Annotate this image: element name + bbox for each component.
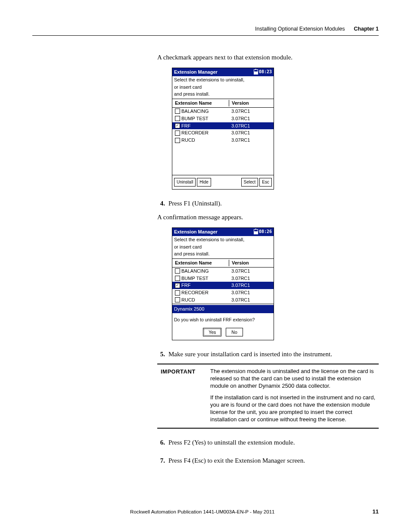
extension-row[interactable]: RECORDER3.07RC1 [172,289,274,296]
extension-name: FRF [181,123,190,129]
step6-num: 6. [157,438,168,447]
step4-after: A confirmation message appears. [157,213,379,221]
footer-page: 11 [373,508,379,515]
extension-name: BALANCING [181,268,209,274]
battery-icon [254,69,258,75]
checkbox-icon[interactable]: ✓ [175,123,180,128]
device1-msg2: or insert card [172,84,274,91]
device1-title: Extension Manager [174,69,218,75]
extension-version: 3.07RC1 [229,115,274,122]
device-screenshot-2: Extension Manager 08:26 Select the exten… [172,227,274,340]
checkbox-icon[interactable] [175,138,180,143]
extension-row[interactable]: BUMP TEST3.07RC1 [172,115,274,122]
checkbox-icon[interactable] [175,131,180,136]
extension-row[interactable]: BALANCING3.07RC1 [172,268,274,275]
device2-dialog-msg: Do you wish to uninstall FRF extension? [172,313,274,325]
step7-num: 7. [157,456,168,465]
checkbox-icon[interactable] [175,109,180,114]
checkbox-icon[interactable] [175,276,180,281]
extension-name: RUCD [181,297,195,303]
step5-num: 5. [157,350,168,358]
extension-name: BUMP TEST [181,115,209,122]
step4-num: 4. [157,199,168,208]
header-chapter: Chapter 1 [354,26,379,32]
extension-row[interactable]: RUCD3.07RC1 [172,137,274,144]
device2-title: Extension Manager [174,229,218,235]
extension-row[interactable]: ✓FRF3.07RC1 [172,122,274,130]
checkbox-icon[interactable]: ✓ [175,283,180,288]
page-footer: Rockwell Automation Publication 1441-UM0… [32,508,379,515]
extension-row[interactable]: RUCD3.07RC1 [172,296,274,304]
extension-version: 3.07RC1 [229,289,274,296]
device1-msg1: Select the extensions to uninstall, [172,76,274,84]
extension-name: FRF [181,282,190,289]
device1-col1: Extension Name [172,100,229,106]
extension-name: BUMP TEST [181,275,209,282]
extension-name: RECORDER [181,130,209,136]
device2-dialog-no[interactable]: No [226,328,243,336]
important-p2: If the installation card is not inserted… [210,394,375,423]
extension-name: RUCD [181,137,195,143]
extension-row[interactable]: BUMP TEST3.07RC1 [172,275,274,282]
extension-version: 3.07RC1 [229,282,274,289]
battery-icon [254,229,258,234]
device1-btn-esc[interactable]: Esc [259,178,272,187]
device2-dialog-title: Dynamix 2500 [172,305,274,313]
device2-msg3: and press install. [172,250,274,258]
device2-dialog-yes[interactable]: Yes [203,328,221,336]
extension-name: RECORDER [181,289,209,296]
extension-row[interactable]: RECORDER3.07RC1 [172,129,274,137]
device1-time: 08:23 [254,69,272,75]
checkbox-icon[interactable] [175,297,180,302]
device1-msg3: and press install. [172,90,274,98]
extension-name: BALANCING [181,108,209,115]
extension-version: 3.07RC1 [229,108,274,115]
footer-pub: Rockwell Automation Publication 1441-UM0… [32,509,373,514]
checkbox-icon[interactable] [175,116,180,121]
device-screenshot-1: Extension Manager 08:23 Select the exten… [172,68,274,189]
extension-version: 3.07RC1 [229,123,274,129]
device1-btn-hide[interactable]: Hide [197,178,211,187]
extension-version: 3.07RC1 [229,137,274,143]
extension-version: 3.07RC1 [229,268,274,274]
device2-col2: Version [229,260,274,266]
device2-col1: Extension Name [172,260,229,266]
checkbox-icon[interactable] [175,268,180,274]
intro-text: A checkmark appears next to that extensi… [157,53,379,62]
important-label: IMPORTANT [157,364,209,427]
step7-text: Press F4 (Esc) to exit the Extension Man… [168,456,379,465]
step6-text: Press F2 (Yes) to uninstall the extensio… [168,438,379,447]
step4-text: Press F1 (Uninstall). [168,199,379,208]
device2-msg1: Select the extensions to uninstall, [172,236,274,243]
important-p1: The extension module is uninstalled and … [210,368,375,390]
page-header: Installing Optional Extension Modules Ch… [32,26,379,36]
device2-msg2: or insert card [172,243,274,251]
extension-version: 3.07RC1 [229,275,274,282]
extension-row[interactable]: BALANCING3.07RC1 [172,108,274,115]
header-section: Installing Optional Extension Modules [255,26,345,32]
important-callout: IMPORTANT The extension module is uninst… [157,364,379,428]
device2-time: 08:26 [254,229,272,235]
extension-version: 3.07RC1 [229,297,274,303]
step5-text: Make sure your installation card is inse… [168,350,379,358]
extension-version: 3.07RC1 [229,130,274,136]
device1-btn-uninstall[interactable]: Uninstall [174,178,196,187]
checkbox-icon[interactable] [175,290,180,296]
device1-btn-select[interactable]: Select [241,178,258,187]
extension-row[interactable]: ✓FRF3.07RC1 [172,282,274,289]
device1-col2: Version [229,100,274,106]
